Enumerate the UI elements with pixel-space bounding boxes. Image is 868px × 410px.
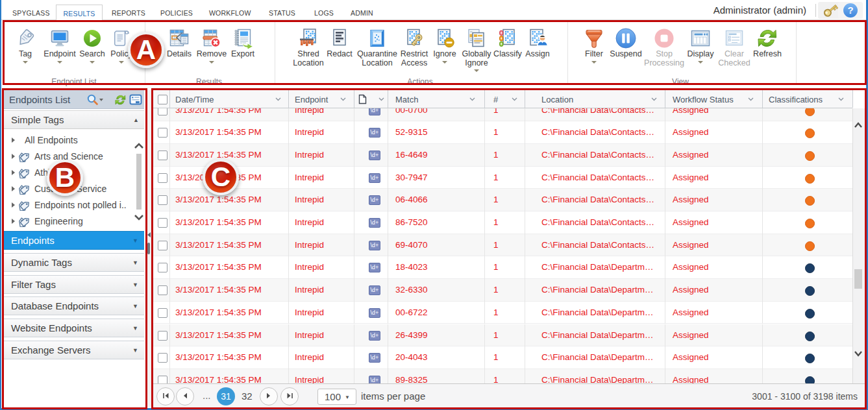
svg-text:?: ? — [847, 5, 853, 16]
